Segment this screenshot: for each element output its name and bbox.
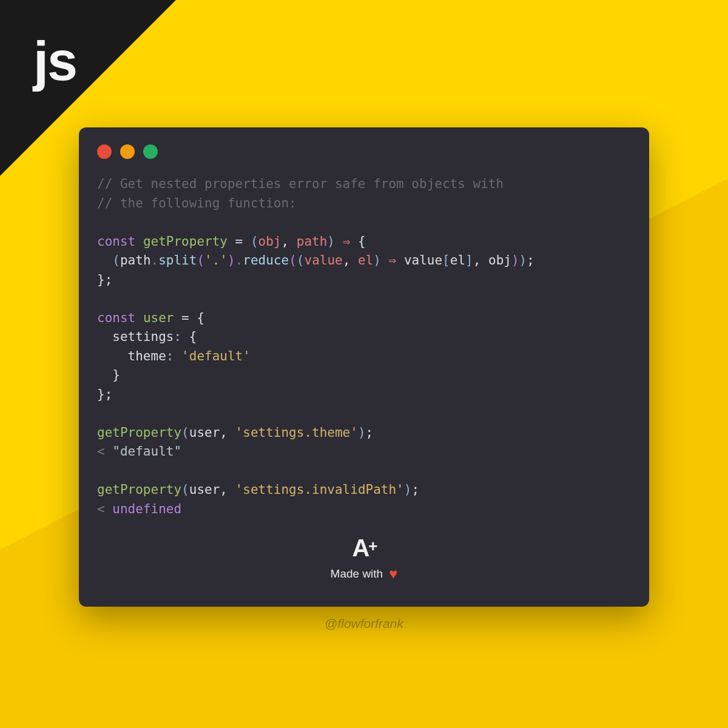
- code-property: theme: [97, 349, 166, 363]
- code-paren: ): [327, 234, 335, 249]
- code-paren: (: [297, 253, 305, 268]
- code-brace: };: [97, 387, 112, 402]
- code-method: split: [158, 253, 197, 268]
- made-with-text: Made with ♥: [331, 565, 398, 582]
- heart-icon: ♥: [389, 565, 397, 582]
- code-paren: (: [289, 253, 297, 268]
- code-param: value: [304, 253, 342, 268]
- code-brace: }: [97, 368, 120, 382]
- logo-letter: A: [352, 534, 368, 562]
- code-paren: (: [251, 234, 258, 249]
- code-comment: // Get nested properties error safe from…: [97, 177, 504, 191]
- code-function-call: getProperty: [97, 425, 181, 440]
- code-param: obj: [258, 234, 281, 249]
- code-output-caret: <: [97, 502, 112, 516]
- minimize-icon[interactable]: [120, 144, 135, 159]
- code-bracket: [: [442, 253, 450, 268]
- code-identifier: user: [189, 425, 220, 440]
- code-colon: :: [174, 329, 189, 344]
- code-indent: [97, 253, 112, 268]
- social-handle: @flowforfrank: [325, 616, 403, 631]
- language-badge: js: [33, 30, 76, 93]
- code-brace: };: [97, 272, 112, 287]
- code-paren: ): [358, 425, 366, 440]
- code-paren: ): [373, 253, 381, 268]
- code-paren: ): [404, 482, 412, 497]
- code-identifier: path: [120, 253, 151, 268]
- code-paren: ): [519, 253, 527, 268]
- code-paren: ): [511, 253, 519, 268]
- code-identifier: user: [189, 482, 220, 497]
- logo-plus: +: [368, 537, 376, 556]
- code-token: =: [228, 234, 251, 249]
- code-bracket: ]: [465, 253, 473, 268]
- code-semicolon: ;: [527, 253, 534, 268]
- footer-badge: A+ Made with ♥: [331, 534, 398, 582]
- code-function-name: getProperty: [143, 234, 228, 249]
- code-paren: (: [197, 253, 204, 268]
- code-output: undefined: [112, 502, 181, 516]
- code-paren: (: [112, 253, 120, 268]
- code-block: // Get nested properties error safe from…: [97, 175, 631, 519]
- code-identifier: obj: [488, 253, 511, 268]
- code-token: ,: [281, 234, 296, 249]
- code-token: ,: [473, 253, 488, 268]
- close-icon[interactable]: [97, 144, 112, 159]
- code-dot: .: [235, 253, 243, 268]
- code-arrow: ⇒: [381, 253, 404, 268]
- code-semicolon: ;: [366, 425, 374, 440]
- code-editor-window: // Get nested properties error safe from…: [79, 127, 649, 607]
- code-identifier: value: [404, 253, 442, 268]
- code-paren: ): [228, 253, 235, 268]
- code-string: '.': [204, 253, 228, 268]
- made-with-label: Made with: [331, 567, 383, 581]
- code-param: path: [297, 234, 328, 249]
- code-keyword: const: [97, 234, 135, 249]
- code-string: 'default': [181, 349, 251, 363]
- code-comment: // the following function:: [97, 196, 297, 211]
- code-param: el: [358, 253, 373, 268]
- code-token: ,: [343, 253, 358, 268]
- code-brace: {: [358, 234, 366, 249]
- code-output-caret: <: [97, 444, 112, 459]
- code-property: settings: [97, 329, 174, 344]
- code-token: = {: [174, 311, 204, 325]
- code-output: "default": [112, 444, 181, 459]
- code-semicolon: ;: [411, 482, 419, 497]
- code-string: 'settings.theme': [235, 425, 358, 440]
- brand-logo: A+: [331, 534, 398, 562]
- code-paren: (: [181, 425, 189, 440]
- code-keyword: const: [97, 311, 135, 325]
- code-arrow: ⇒: [335, 234, 358, 249]
- code-method: reduce: [243, 253, 289, 268]
- code-paren: (: [181, 482, 189, 497]
- code-token: ,: [220, 482, 235, 497]
- code-colon: :: [166, 349, 181, 363]
- maximize-icon[interactable]: [143, 144, 158, 159]
- code-token: ,: [220, 425, 235, 440]
- code-dot: .: [151, 253, 159, 268]
- window-controls: [97, 144, 631, 159]
- code-string: 'settings.invalidPath': [235, 482, 404, 497]
- code-brace: {: [189, 329, 197, 344]
- code-identifier: user: [143, 311, 174, 325]
- code-identifier: el: [450, 253, 465, 268]
- code-function-call: getProperty: [97, 482, 181, 497]
